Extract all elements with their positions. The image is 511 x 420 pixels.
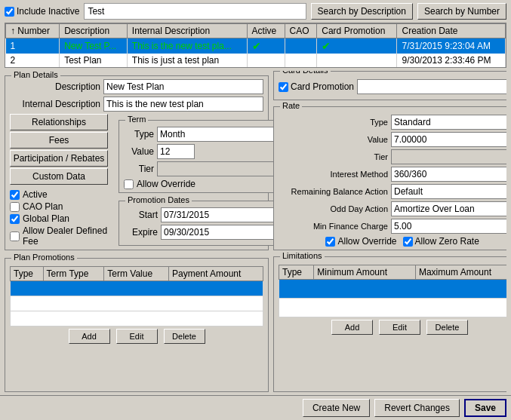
limitations-table: Type Minimum Amount Maximum Amount [279, 265, 506, 317]
allow-dealer-checkbox[interactable] [10, 231, 20, 241]
limitations-tbody [279, 280, 507, 317]
custom-data-button[interactable]: Custom Data [10, 168, 108, 185]
plan-promotions-tbody [11, 281, 263, 326]
allow-override-rate-row[interactable]: Allow Override [279, 236, 397, 247]
promo-col-type: Type [11, 267, 44, 281]
relationships-button[interactable]: Relationships [10, 114, 108, 130]
promo-expire-row: Expire ▼ [124, 225, 291, 240]
rate-tier-label: Tier [279, 152, 388, 161]
card-promotion-row: Card Promotion ▼ [279, 79, 506, 94]
table-row[interactable]: 1 New Test P... This is the new test pla… [6, 38, 506, 54]
interest-method-label: Interest Method [279, 170, 388, 179]
left-panel: Plan Details Description Internal Descri… [5, 71, 269, 392]
rate-allow-override-label: Allow Override [337, 236, 396, 247]
plan-promotions-delete-button[interactable]: Delete [164, 329, 205, 344]
term-value-input[interactable] [157, 144, 195, 159]
rate-value-row: Value [279, 132, 506, 147]
plan-promotions-actions: Add Edit Delete [10, 329, 263, 344]
plan-promotions-edit-button[interactable]: Edit [116, 329, 158, 344]
description-label: Description [10, 81, 100, 92]
rate-tier-input[interactable] [392, 150, 506, 164]
rate-value-input[interactable] [391, 132, 506, 147]
table-row[interactable]: 2 Test Plan This is just a test plan 9/3… [6, 54, 506, 67]
create-new-button[interactable]: Create New [303, 399, 370, 417]
lim-col-type: Type [279, 265, 314, 280]
term-tier-label: Tier [124, 164, 154, 174]
revert-changes-button[interactable]: Revert Changes [374, 399, 460, 417]
limitations-delete-button[interactable]: Delete [426, 320, 468, 335]
promo-start-label: Start [124, 210, 158, 220]
allow-zero-rate-row[interactable]: Allow Zero Rate [403, 236, 507, 247]
limitations-edit-button[interactable]: Edit [379, 320, 420, 335]
rate-title: Rate [280, 101, 302, 110]
term-type-input[interactable] [158, 127, 279, 141]
global-plan-checkbox-row[interactable]: Global Plan [10, 213, 115, 224]
card-details-group: Card Details Card Promotion ▼ [273, 71, 506, 100]
search-by-number-button[interactable]: Search by Number [417, 3, 506, 20]
promo-start-input[interactable] [162, 208, 279, 222]
lim-col-min: Minimum Amount [314, 265, 416, 280]
card-promotion-label: Card Promotion [291, 81, 354, 92]
limitations-add-button[interactable]: Add [331, 320, 373, 335]
lim-empty-row [279, 299, 507, 317]
remaining-balance-select[interactable] [392, 185, 506, 198]
term-tier-input[interactable] [158, 162, 279, 176]
description-row: Description [10, 79, 263, 94]
active-checkbox[interactable] [10, 190, 20, 200]
internal-description-input[interactable] [103, 97, 263, 112]
lim-empty-row [279, 280, 507, 299]
cao-plan-label: CAO Plan [23, 201, 63, 212]
term-allow-override-row[interactable]: Allow Override [124, 179, 291, 189]
col-number[interactable]: ↑ Number [6, 24, 60, 38]
allow-zero-rate-checkbox[interactable] [403, 237, 413, 247]
rate-allow-override-checkbox[interactable] [325, 237, 335, 247]
rate-type-label: Type [279, 118, 388, 127]
allow-dealer-checkbox-row[interactable]: Allow Dealer Defined Fee [10, 225, 115, 247]
term-allow-override-checkbox[interactable] [124, 179, 134, 189]
search-input[interactable] [84, 3, 306, 20]
internal-description-row: Internal Description [10, 97, 263, 112]
card-promotion-checkbox-label[interactable]: Card Promotion [279, 81, 354, 92]
term-group: Term Type ▼ Value [119, 120, 296, 193]
col-internal-description[interactable]: Internal Description [127, 24, 247, 38]
min-finance-label: Min Finance Charge [279, 222, 388, 231]
promo-col-payment: Payment Amount [168, 267, 263, 281]
description-input[interactable] [103, 79, 263, 94]
col-card-promotion[interactable]: Card Promotion [317, 24, 397, 38]
plans-table-container: ↑ Number Description Internal Descriptio… [5, 23, 506, 68]
promo-expire-input[interactable] [162, 225, 279, 239]
col-description[interactable]: Description [60, 24, 128, 38]
active-checkbox-row[interactable]: Active [10, 189, 115, 200]
col-active[interactable]: Active [247, 24, 285, 38]
global-plan-label: Global Plan [23, 213, 69, 224]
save-button[interactable]: Save [464, 399, 506, 417]
details-section: Plan Details Description Internal Descri… [5, 71, 506, 392]
search-by-description-button[interactable]: Search by Description [311, 3, 413, 20]
term-value-label: Value [124, 146, 154, 157]
min-finance-input[interactable] [391, 219, 506, 234]
card-promotion-select[interactable] [358, 80, 506, 94]
rate-group: Rate Type ▼ Value Tier [273, 106, 506, 250]
lim-col-max: Maximum Amount [415, 265, 506, 280]
cao-plan-checkbox-row[interactable]: CAO Plan [10, 201, 115, 212]
fees-button[interactable]: Fees [10, 132, 108, 149]
col-creation-date[interactable]: Creation Date [397, 24, 506, 38]
odd-day-select[interactable] [392, 202, 506, 216]
cao-plan-checkbox[interactable] [10, 202, 20, 212]
interest-method-select[interactable] [392, 167, 506, 181]
participation-rebates-button[interactable]: Participation / Rebates [10, 150, 108, 167]
plans-table: ↑ Number Description Internal Descriptio… [5, 23, 506, 67]
rate-type-row: Type ▼ [279, 115, 506, 130]
top-bar: Include Inactive Search by Description S… [0, 0, 511, 23]
promo-col-term-type: Term Type [43, 267, 104, 281]
col-cao[interactable]: CAO [285, 24, 317, 38]
plan-promotions-add-button[interactable]: Add [69, 329, 110, 344]
limitations-actions: Add Edit Delete [279, 320, 506, 335]
global-plan-checkbox[interactable] [10, 214, 20, 224]
rate-type-select[interactable] [392, 115, 506, 129]
remaining-balance-row: Remaining Balance Action ▼ [279, 184, 506, 199]
include-inactive-checkbox[interactable]: Include Inactive [5, 6, 79, 17]
active-label: Active [23, 189, 48, 200]
term-type-row: Type ▼ [124, 127, 291, 142]
card-promotion-checkbox[interactable] [279, 82, 288, 92]
